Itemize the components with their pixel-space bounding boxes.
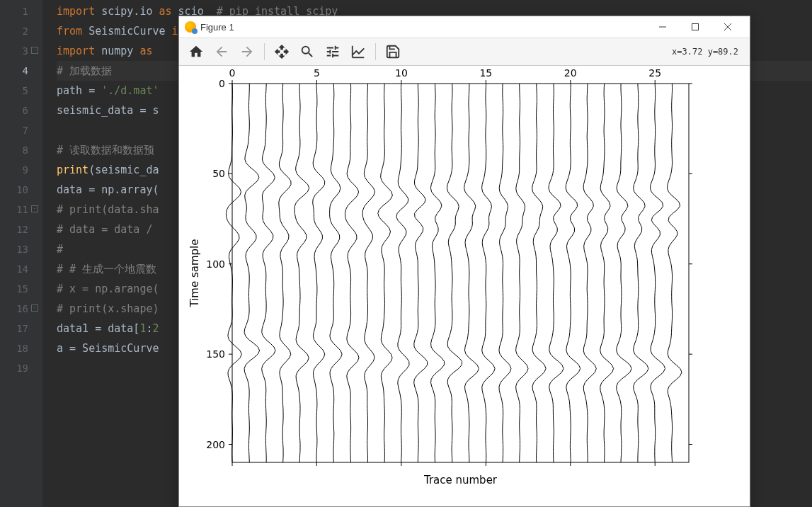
svg-text:Trace number: Trace number <box>423 474 498 486</box>
home-button[interactable] <box>185 40 207 63</box>
plot-toolbar: x=3.72 y=89.2 <box>179 38 750 66</box>
svg-text:Time sample: Time sample <box>188 239 201 307</box>
svg-text:10: 10 <box>395 67 408 79</box>
svg-text:5: 5 <box>314 67 320 79</box>
edit-axis-button[interactable] <box>347 40 370 63</box>
titlebar[interactable]: Figure 1 <box>179 16 750 38</box>
close-button[interactable] <box>711 16 744 38</box>
cursor-coordinates: x=3.72 y=89.2 <box>672 47 744 57</box>
line-gutter: 123-4567891011-1213141516-171819 <box>0 0 42 507</box>
svg-text:50: 50 <box>212 168 225 179</box>
svg-text:0: 0 <box>229 67 236 79</box>
svg-text:150: 150 <box>206 348 225 360</box>
pan-button[interactable] <box>270 40 293 63</box>
forward-button[interactable] <box>236 40 258 63</box>
back-button[interactable] <box>210 40 233 63</box>
svg-rect-4 <box>232 84 689 462</box>
window-controls <box>646 16 744 38</box>
zoom-button[interactable] <box>296 40 319 63</box>
maximize-button[interactable] <box>679 16 711 38</box>
svg-text:15: 15 <box>479 67 492 79</box>
svg-text:20: 20 <box>564 67 577 79</box>
plot-canvas[interactable]: 0510152025050100150200Trace numberTime s… <box>179 66 750 506</box>
svg-text:0: 0 <box>219 78 225 89</box>
svg-rect-1 <box>692 24 699 30</box>
svg-text:25: 25 <box>648 67 661 79</box>
save-button[interactable] <box>382 40 404 63</box>
toolbar-separator <box>375 43 376 60</box>
configure-button[interactable] <box>321 40 344 63</box>
svg-text:100: 100 <box>206 258 225 270</box>
svg-text:200: 200 <box>206 439 225 450</box>
toolbar-separator <box>264 43 265 60</box>
seismic-wiggle-plot: 0510152025050100150200Trace numberTime s… <box>179 66 751 507</box>
app-icon <box>185 21 196 33</box>
figure-window: Figure 1 <box>178 16 750 507</box>
minimize-button[interactable] <box>646 16 679 38</box>
window-title: Figure 1 <box>200 22 646 33</box>
